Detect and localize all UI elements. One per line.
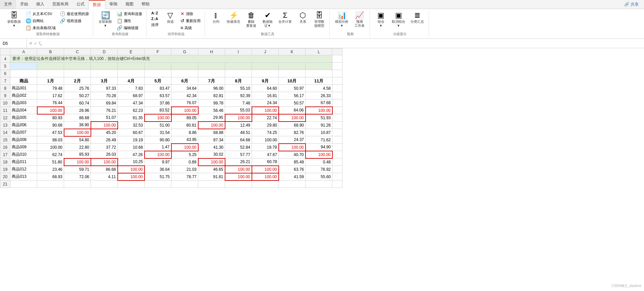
table-cell[interactable]: 74.25 — [252, 129, 279, 136]
row-header[interactable]: 21 — [0, 180, 10, 188]
tab-insert[interactable]: 插入 — [32, 0, 48, 9]
table-cell[interactable]: 98.03 — [37, 136, 64, 144]
table-cell[interactable]: 63.76 — [279, 166, 306, 173]
table-cell[interactable]: 26.96 — [64, 107, 91, 114]
col-header-A[interactable]: A — [10, 49, 37, 55]
table-cell[interactable] — [252, 70, 279, 77]
table-cell[interactable]: 17.62 — [37, 92, 64, 99]
table-cell[interactable]: 商品013 — [10, 173, 37, 180]
consolidate-button[interactable]: Σ 合并计算 — [276, 10, 294, 25]
table-cell[interactable]: 0.48 — [306, 158, 332, 166]
table-cell[interactable]: 82.76 — [279, 129, 306, 136]
table-cell[interactable]: 37.86 — [145, 99, 171, 107]
table-cell[interactable]: 42.34 — [171, 92, 198, 99]
table-cell[interactable]: 1.47 — [145, 144, 171, 151]
col-header-H[interactable]: H — [198, 49, 225, 55]
row-header[interactable]: 6 — [0, 70, 10, 77]
table-cell[interactable]: 55.60 — [306, 173, 332, 180]
table-cell[interactable] — [198, 63, 225, 70]
col-header-J[interactable]: J — [252, 49, 279, 55]
row-header[interactable]: 16 — [0, 144, 10, 151]
table-cell[interactable]: 70.28 — [91, 92, 118, 99]
table-cell[interactable]: 26.33 — [306, 92, 332, 99]
table-cell[interactable] — [91, 63, 118, 70]
table-cell[interactable] — [171, 63, 198, 70]
table-cell[interactable]: 3月 — [91, 77, 118, 85]
table-cell[interactable]: 100.00 — [225, 173, 252, 180]
table-cell[interactable] — [64, 180, 91, 188]
table-cell[interactable]: 51.00 — [145, 122, 171, 129]
row-header[interactable]: 9 — [0, 92, 10, 99]
table-cell[interactable]: 71.62 — [306, 136, 332, 144]
table-cell[interactable]: 85.93 — [64, 151, 91, 158]
table-cell[interactable]: 76.21 — [91, 107, 118, 114]
share-button[interactable]: 🔗 共享 — [619, 0, 644, 9]
table-cell[interactable]: 12.49 — [225, 122, 252, 129]
table-cell[interactable]: 79.48 — [37, 85, 64, 92]
table-cell[interactable]: 91.26 — [306, 122, 332, 129]
table-cell[interactable]: 商品012 — [10, 166, 37, 173]
table-cell[interactable]: 100.00 — [279, 114, 306, 122]
table-cell[interactable] — [171, 70, 198, 77]
table-cell[interactable]: 94.90 — [306, 144, 332, 151]
table-cell[interactable] — [198, 180, 225, 188]
existing-connections-button[interactable]: 🔗 现有连接 — [58, 17, 90, 24]
table-cell[interactable] — [37, 180, 64, 188]
table-cell[interactable]: 商品009 — [10, 144, 37, 151]
table-cell[interactable]: 19.79 — [252, 144, 279, 151]
table-cell[interactable]: 55.10 — [225, 85, 252, 92]
table-cell[interactable] — [171, 180, 198, 188]
col-header-C[interactable]: C — [64, 49, 91, 55]
table-cell[interactable]: 60.67 — [118, 129, 145, 136]
table-cell[interactable]: 64.68 — [225, 136, 252, 144]
table-cell[interactable]: 30.02 — [198, 151, 225, 158]
table-cell[interactable]: 商品011 — [10, 158, 37, 166]
table-cell[interactable]: 68.93 — [37, 173, 64, 180]
table-cell[interactable]: 100.00 — [145, 114, 171, 122]
what-if-analysis-button[interactable]: 📊 模拟分析▼ — [333, 10, 351, 29]
query-connections-button[interactable]: 📊 查询和连接 — [115, 10, 144, 17]
table-cell[interactable]: 56.46 — [198, 107, 225, 114]
table-cell[interactable]: 100.00 — [198, 122, 225, 129]
table-cell[interactable]: 60.78 — [252, 158, 279, 166]
col-header-I[interactable]: I — [225, 49, 252, 55]
table-cell[interactable]: 51.75 — [145, 173, 171, 180]
forecast-sheet-button[interactable]: 📈 预测工作表 — [352, 10, 367, 29]
table-cell[interactable] — [279, 180, 306, 188]
table-cell[interactable]: 47.67 — [252, 151, 279, 158]
table-cell[interactable]: 100.00 — [171, 107, 198, 114]
tab-data[interactable]: 数据 — [89, 0, 105, 9]
from-text-csv-button[interactable]: 📄 从文本/CSV — [24, 10, 57, 17]
table-cell[interactable]: 10月 — [279, 77, 306, 85]
table-cell[interactable] — [198, 70, 225, 77]
table-cell[interactable]: 2月 — [64, 77, 91, 85]
table-cell[interactable]: 100.00 — [64, 129, 91, 136]
table-cell[interactable]: 100.00 — [252, 136, 279, 144]
table-cell[interactable]: 59.71 — [64, 166, 91, 173]
table-cell[interactable]: 26.03 — [91, 151, 118, 158]
table-cell[interactable]: 99.78 — [198, 99, 225, 107]
table-cell[interactable]: 47.53 — [37, 129, 64, 136]
table-cell[interactable]: 商品006 — [10, 122, 37, 129]
table-cell[interactable]: 69.84 — [91, 99, 118, 107]
row-header[interactable]: 12 — [0, 114, 10, 122]
manage-data-model-button[interactable]: 🗄 管理数据模型 — [312, 10, 327, 29]
table-cell[interactable]: 100.00 — [91, 122, 118, 129]
row-header[interactable]: 11 — [0, 107, 10, 114]
row-header[interactable]: 18 — [0, 158, 10, 166]
table-cell[interactable]: 52.84 — [225, 144, 252, 151]
table-cell[interactable]: 10.25 — [118, 158, 145, 166]
table-cell[interactable]: 89.05 — [171, 114, 198, 122]
table-cell[interactable]: 86.68 — [91, 166, 118, 173]
table-cell[interactable]: 85.49 — [279, 158, 306, 166]
table-cell[interactable] — [64, 63, 91, 70]
table-cell[interactable]: 31.54 — [145, 129, 171, 136]
table-cell[interactable]: 50.27 — [64, 92, 91, 99]
table-cell[interactable]: 100.00 — [37, 144, 64, 151]
tab-review[interactable]: 审阅 — [105, 0, 121, 9]
table-cell[interactable]: 商品003 — [10, 99, 37, 107]
col-header-B[interactable]: B — [37, 49, 64, 55]
row-header[interactable]: 7 — [0, 77, 10, 85]
table-cell[interactable]: 9.97 — [145, 158, 171, 166]
table-cell[interactable]: 76.44 — [37, 99, 64, 107]
